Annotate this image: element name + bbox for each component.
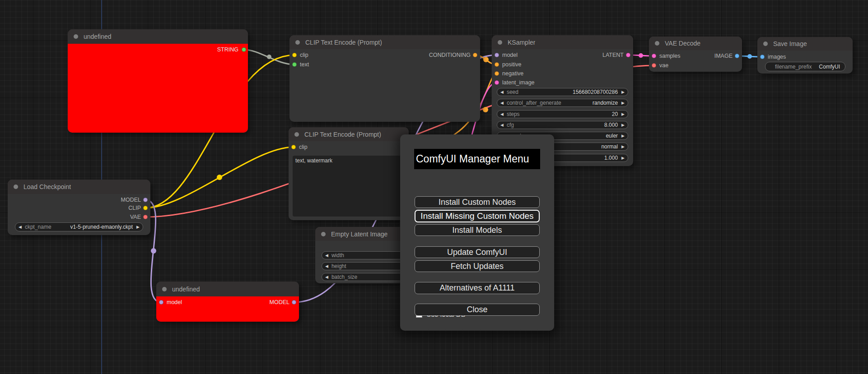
- decrement-arrow-icon[interactable]: ◀: [500, 112, 504, 116]
- widget-batch-size[interactable]: ◀ batch_size ▶: [322, 273, 410, 281]
- widget-width[interactable]: ◀ width ▶: [322, 251, 410, 259]
- node-status-dot: [655, 41, 659, 46]
- prompt-textarea[interactable]: text, watermark: [293, 156, 402, 217]
- output-port-vae[interactable]: [143, 215, 148, 219]
- decrement-arrow-icon[interactable]: ◀: [500, 101, 504, 105]
- node-title: undefined: [84, 33, 112, 40]
- comfyui-manager-dialog: ComfyUI Manager Menu Use local DB Instal…: [400, 134, 554, 331]
- node-title: Empty Latent Image: [331, 231, 387, 238]
- node-status-dot: [321, 232, 326, 236]
- node-title: CLIP Text Encode (Prompt): [305, 39, 382, 46]
- input-label-samples: samples: [659, 53, 681, 59]
- input-label-negative: negative: [502, 70, 523, 77]
- widget-steps[interactable]: ◀ steps 20 ▶: [497, 110, 628, 118]
- input-port-model[interactable]: [495, 53, 499, 57]
- output-label-model: MODEL: [121, 197, 141, 203]
- input-label-model: model: [502, 52, 518, 58]
- node-status-dot: [162, 287, 167, 291]
- dialog-title: ComfyUI Manager Menu: [414, 149, 540, 169]
- node-save-image[interactable]: Save Image images filename_prefix ComfyU…: [757, 37, 853, 74]
- input-label-model: model: [167, 299, 182, 305]
- node-status-dot: [498, 40, 502, 45]
- node-title: Load Checkpoint: [23, 183, 71, 190]
- node-status-dot: [14, 185, 18, 189]
- input-port-latent-image[interactable]: [495, 80, 499, 85]
- input-label-latent-image: latent_image: [502, 79, 535, 86]
- node-undefined-top[interactable]: undefined STRING: [68, 29, 248, 133]
- input-port-model[interactable]: [159, 300, 163, 305]
- node-status-dot: [294, 132, 299, 137]
- node-clip-text-encode-negative[interactable]: CLIP Text Encode (Prompt) clip text, wat…: [289, 127, 409, 220]
- output-port-model[interactable]: [292, 300, 296, 305]
- decrement-arrow-icon[interactable]: ◀: [325, 254, 328, 258]
- output-label: IMAGE: [714, 53, 733, 59]
- input-port-negative[interactable]: [495, 71, 499, 76]
- input-label-vae: vae: [659, 62, 668, 69]
- increment-arrow-icon[interactable]: ▶: [621, 112, 625, 116]
- input-port-clip[interactable]: [291, 145, 296, 149]
- output-port-clip[interactable]: [143, 206, 148, 210]
- increment-arrow-icon[interactable]: ▶: [621, 134, 625, 138]
- widget-filename-prefix[interactable]: filename_prefix ComfyUI: [765, 62, 845, 71]
- fetch-updates-button[interactable]: Fetch Updates: [415, 260, 540, 272]
- node-graph-canvas[interactable]: undefined STRING CLIP Text Encode (Promp…: [0, 0, 868, 374]
- increment-arrow-icon[interactable]: ▶: [621, 145, 625, 149]
- widget-ckpt-name[interactable]: ◀ ckpt_name v1-5-pruned-emaonly.ckpt ▶: [15, 222, 143, 231]
- decrement-arrow-icon[interactable]: ◀: [19, 225, 22, 229]
- node-status-dot: [763, 42, 768, 46]
- node-title: CLIP Text Encode (Prompt): [304, 131, 381, 138]
- node-load-checkpoint[interactable]: Load Checkpoint MODEL CLIP VAE ◀ ckpt_na…: [8, 180, 150, 235]
- increment-arrow-icon[interactable]: ▶: [621, 123, 625, 127]
- decrement-arrow-icon[interactable]: ◀: [325, 275, 328, 279]
- install-custom-nodes-button[interactable]: Install Custom Nodes: [415, 196, 540, 208]
- decrement-arrow-icon[interactable]: ◀: [500, 123, 504, 127]
- node-status-dot: [295, 40, 300, 45]
- node-title: Save Image: [773, 40, 807, 47]
- node-status-dot: [74, 34, 78, 39]
- output-label: LATENT: [602, 52, 624, 58]
- input-label-positive: positive: [502, 61, 521, 68]
- widget-height[interactable]: ◀ height ▶: [322, 262, 410, 270]
- widget-control-after-generate[interactable]: ◀ control_after_generate randomize ▶: [497, 99, 628, 107]
- node-title: undefined: [172, 286, 200, 293]
- node-empty-latent-image[interactable]: Empty Latent Image ◀ width ▶ ◀ height ▶ …: [315, 227, 411, 283]
- output-port-model[interactable]: [143, 198, 148, 202]
- increment-arrow-icon[interactable]: ▶: [136, 225, 140, 229]
- widget-cfg[interactable]: ◀ cfg 8.000 ▶: [497, 121, 628, 129]
- update-comfyui-button[interactable]: Update ComfyUI: [415, 246, 540, 258]
- output-label: CONDITIONING: [429, 52, 471, 58]
- input-port-images[interactable]: [760, 55, 765, 59]
- input-label-text: text: [300, 61, 309, 68]
- output-port-latent[interactable]: [626, 53, 630, 57]
- node-title: VAE Decode: [665, 40, 700, 47]
- install-models-button[interactable]: Install Models: [415, 224, 540, 236]
- install-missing-custom-nodes-button[interactable]: Install Missing Custom Nodes: [415, 210, 540, 222]
- decrement-arrow-icon[interactable]: ◀: [500, 90, 504, 94]
- input-port-positive[interactable]: [495, 62, 499, 67]
- output-label: MODEL: [270, 299, 289, 305]
- increment-arrow-icon[interactable]: ▶: [621, 156, 625, 160]
- node-vae-decode[interactable]: VAE Decode samples vae IMAGE: [649, 37, 742, 72]
- widget-seed[interactable]: ◀ seed 156680208700286 ▶: [497, 88, 628, 96]
- input-label-clip: clip: [300, 52, 308, 58]
- alternatives-of-a1111-button[interactable]: Alternatives of A1111: [415, 282, 540, 294]
- decrement-arrow-icon[interactable]: ◀: [325, 264, 328, 268]
- input-port-text[interactable]: [292, 62, 297, 67]
- node-title: KSampler: [508, 39, 535, 46]
- node-clip-text-encode-positive[interactable]: CLIP Text Encode (Prompt) clip text COND…: [289, 35, 480, 122]
- output-label-clip: CLIP: [128, 205, 141, 211]
- output-port-image[interactable]: [735, 54, 739, 58]
- input-label-clip: clip: [299, 144, 308, 150]
- node-undefined-bottom[interactable]: undefined model MODEL: [156, 282, 299, 322]
- output-port-conditioning[interactable]: [473, 53, 477, 57]
- increment-arrow-icon[interactable]: ▶: [621, 90, 625, 94]
- error-node-body: [68, 44, 248, 133]
- output-port-string[interactable]: [242, 47, 246, 52]
- input-label-images: images: [768, 54, 786, 60]
- input-port-clip[interactable]: [292, 53, 297, 57]
- close-button[interactable]: Close: [415, 304, 540, 316]
- increment-arrow-icon[interactable]: ▶: [621, 101, 625, 105]
- output-label: STRING: [217, 46, 238, 53]
- input-port-vae[interactable]: [652, 63, 656, 68]
- input-port-samples[interactable]: [652, 54, 656, 58]
